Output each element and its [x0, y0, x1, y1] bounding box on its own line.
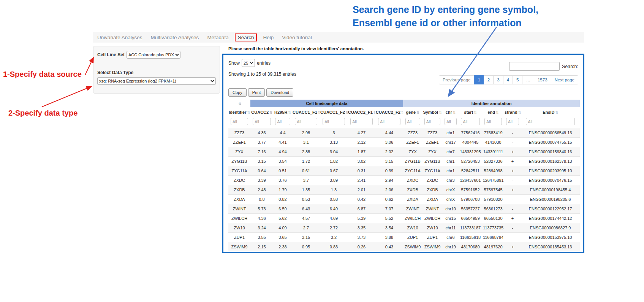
cell: chr3: [443, 176, 459, 185]
pagination-page-3[interactable]: 3: [493, 75, 503, 84]
column-header-h295r[interactable]: H295R⇅: [273, 107, 292, 117]
cell: chr17: [443, 138, 459, 147]
pagination-page-1[interactable]: 1: [474, 75, 484, 84]
table-row-ZZZ3[interactable]: ZZZ34.364.42.9834.274.44ZZZ3ZZZ3chr17756…: [228, 128, 580, 138]
pagination-page-2[interactable]: 2: [484, 75, 494, 84]
cell: ZYG11B: [422, 157, 443, 166]
table-row-ZWILCH[interactable]: ZWILCH4.365.624.574.695.395.52ZWILCHZWIL…: [228, 214, 580, 223]
cell: ENSG00000074755.15: [521, 138, 580, 147]
table-row-ZW10[interactable]: ZW103.244.092.72.723.353.54ZW10ZW10chr11…: [228, 223, 580, 233]
table-row-ZYX[interactable]: ZYX7.164.942.883.041.872.02ZYXZYXchr7143…: [228, 147, 580, 157]
group-header-samples: Cell line/sample data: [250, 100, 403, 107]
cell: 4.36: [250, 214, 273, 223]
column-header-cuacc1_f1[interactable]: CUACC1_F1⇅: [292, 107, 320, 117]
column-label: CUACC2_F2: [376, 110, 400, 114]
cell: ZWILCH: [228, 214, 250, 223]
column-header-start[interactable]: start⇅: [459, 107, 482, 117]
data-type-select[interactable]: xsq: RNA-seq Expression (log2 FPKM+1): [97, 77, 216, 85]
cell: 143381295: [459, 147, 482, 157]
column-label: CUACC2_F1: [348, 110, 373, 114]
group-header-empty[interactable]: ⇅: [228, 100, 250, 107]
cell: 3.65: [273, 233, 292, 242]
filter-input-start[interactable]: [461, 118, 479, 125]
cell: ZYX: [228, 147, 250, 157]
column-label: strand: [505, 110, 517, 114]
cell: ZW10: [422, 223, 443, 233]
column-header-cuacc1_f2[interactable]: CUACC1_F2⇅: [320, 107, 348, 117]
filter-input-gene[interactable]: [405, 118, 420, 125]
cell: 0.83: [320, 242, 348, 252]
cell: +: [504, 157, 521, 166]
nav-item-help[interactable]: Help: [259, 35, 278, 40]
nav-item-video-tutorial[interactable]: Video tutorial: [278, 35, 316, 40]
nav-item-univariate-analyses[interactable]: Univariate Analyses: [93, 35, 147, 40]
column-header-cuacc2_f2[interactable]: CUACC2_F2⇅: [375, 107, 403, 117]
column-header-ensid[interactable]: EnsID⇅: [521, 107, 580, 117]
table-row-ZXDB[interactable]: ZXDB2.481.791.351.32.012.06ZXDBZXDBchrX5…: [228, 185, 580, 195]
cell: 3.77: [250, 138, 273, 147]
column-header-strand[interactable]: strand⇅: [504, 107, 521, 117]
filter-input-identifier[interactable]: [231, 118, 248, 125]
table-row-ZYG11A[interactable]: ZYG11A0.640.510.610.670.310.39ZYG11AZYG1…: [228, 166, 580, 176]
nav-item-multivariate-analyses[interactable]: Multivariate Analyses: [147, 35, 203, 40]
filter-input-cuacc2[interactable]: [253, 118, 271, 125]
column-header-gene[interactable]: gene⇅: [403, 107, 422, 117]
page-length-select[interactable]: 25: [242, 59, 255, 67]
filter-input-cuacc2_f1[interactable]: [350, 118, 373, 125]
cell: ZZEF1: [403, 138, 422, 147]
pagination-page-1573[interactable]: 1573: [534, 75, 551, 84]
column-header-cuacc2_f1[interactable]: CUACC2_F1⇅: [348, 107, 375, 117]
column-label: CUACC1_F1: [293, 110, 317, 114]
table-row-ZXDC[interactable]: ZXDC3.393.763.73.892.412.94ZXDCZXDCchr31…: [228, 176, 580, 185]
filter-input-cuacc1_f1[interactable]: [295, 118, 317, 125]
cell: ENSG00000174442.12: [521, 214, 580, 223]
filter-input-symbol[interactable]: [424, 118, 441, 125]
print-button[interactable]: Print: [248, 88, 265, 97]
cell: 2.94: [375, 176, 403, 185]
copy-button[interactable]: Copy: [228, 88, 247, 97]
cell: 5.73: [250, 204, 273, 214]
table-row-ZUP1[interactable]: ZUP13.553.653.153.23.733.88ZUP1ZUP1chr61…: [228, 233, 580, 242]
pagination-next[interactable]: Next page: [551, 75, 578, 84]
cell: 113773735: [482, 223, 504, 233]
cell: 1.35: [292, 185, 320, 195]
download-button[interactable]: Download: [266, 88, 293, 97]
cell-line-set-select[interactable]: ACC Colorado plus PDX: [127, 51, 180, 59]
nav-item-search[interactable]: Search: [235, 33, 257, 41]
search-input[interactable]: [509, 62, 560, 71]
nav-item-metadata[interactable]: Metadata: [203, 35, 233, 40]
cell: ZYG11B: [403, 157, 422, 166]
column-header-identifier[interactable]: Identifier⇅: [228, 107, 250, 117]
show-label: Show: [228, 60, 240, 66]
cell: 4143030: [482, 138, 504, 147]
table-row-ZZEF1[interactable]: ZZEF13.774.413.13.132.123.06ZZEF1ZZEF1ch…: [228, 138, 580, 147]
pagination-page-5[interactable]: 5: [513, 75, 522, 84]
column-header-end[interactable]: end⇅: [482, 107, 504, 117]
cell: -: [504, 195, 521, 204]
filter-input-cuacc1_f2[interactable]: [323, 118, 345, 125]
filter-input-strand[interactable]: [506, 118, 519, 125]
sort-icon: ⇅: [346, 111, 348, 114]
column-header-symbol[interactable]: Symbol⇅: [422, 107, 443, 117]
table-row-ZXDA[interactable]: ZXDA0.80.820.530.580.420.62ZXDAZXDAchrX5…: [228, 195, 580, 204]
filter-input-chr[interactable]: [445, 118, 457, 125]
table-row-ZSWIM9[interactable]: ZSWIM92.152.380.950.830.260.43ZSWIM9ZSWI…: [228, 242, 580, 252]
sort-icon: ⇅: [496, 111, 499, 114]
table-row-ZWINT[interactable]: ZWINT5.736.596.436.496.877.07ZWINTZWINTc…: [228, 204, 580, 214]
cell: ZXDB: [228, 185, 250, 195]
column-header-cuacc2[interactable]: CUACC2⇅: [250, 107, 273, 117]
cell: 6.87: [348, 204, 375, 214]
column-header-chr[interactable]: chr⇅: [443, 107, 459, 117]
filter-input-cuacc2_f2[interactable]: [378, 118, 400, 125]
cell: ZWILCH: [403, 214, 422, 223]
filter-input-h295r[interactable]: [275, 118, 290, 125]
cell: ZZEF1: [422, 138, 443, 147]
pagination-previous[interactable]: Previous page: [439, 75, 475, 84]
entries-label: entries: [257, 60, 271, 66]
filter-input-ensid[interactable]: [526, 118, 574, 125]
table-row-ZYG11B[interactable]: ZYG11B3.153.541.721.823.023.15ZYG11BZYG1…: [228, 157, 580, 166]
filter-cell: [250, 117, 273, 128]
filter-input-end[interactable]: [484, 118, 502, 125]
cell: ENSG00000122952.17: [521, 204, 580, 214]
pagination-page-4[interactable]: 4: [503, 75, 513, 84]
